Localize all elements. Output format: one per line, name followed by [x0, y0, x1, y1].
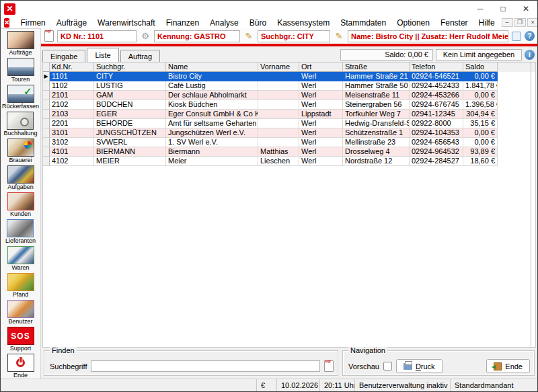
tab-auftrag[interactable]: Auftrag — [120, 50, 160, 62]
sidebar-item-lieferanten[interactable]: Lieferanten — [5, 219, 36, 245]
table-row[interactable]: 1102LUSTIGCafé LustigWerlHammer Straße 5… — [43, 81, 535, 91]
table-row[interactable]: 3102SVWERL1. SV Werl e.V.WerlMellinstraß… — [43, 138, 535, 147]
grid-header-indicator — [43, 63, 50, 72]
sidebar-item-pfand[interactable]: Pfand — [7, 273, 34, 299]
cell-vorname — [258, 128, 299, 138]
mdi-close-icon[interactable]: × — [527, 18, 538, 27]
help-icon[interactable]: ? — [525, 31, 535, 41]
row-indicator — [43, 100, 50, 110]
column-header-telefon[interactable]: Telefon — [410, 63, 463, 72]
column-header-ort[interactable]: Ort — [299, 63, 343, 72]
aufgaben-icon — [7, 165, 34, 184]
navigation-groupbox: Navigation Vorschau Druck Ende — [342, 350, 535, 376]
status-currency: € — [256, 379, 276, 391]
mdi-system-menu-icon[interactable]: ✕ — [4, 18, 9, 28]
table-row[interactable]: 4102MEIERMeierLieschenWerlNordstraße 120… — [43, 157, 535, 166]
vorschau-checkbox[interactable] — [383, 362, 392, 370]
sidebar-item-auftraege[interactable]: Aufträge — [7, 31, 34, 56]
auftraege-icon — [7, 31, 34, 49]
cell-ort: Werl — [299, 100, 343, 110]
cell-strae: Nordstraße 12 — [343, 157, 410, 166]
menu-item-aufträge[interactable]: Aufträge — [51, 17, 92, 28]
kennung-field[interactable]: Kennung: GASTRO — [154, 30, 240, 42]
minimize-icon[interactable]: ─ — [469, 1, 492, 17]
column-header-name[interactable]: Name — [166, 63, 258, 72]
sidebar-item-touren[interactable]: Touren — [7, 58, 34, 83]
search-sql-icon[interactable] — [324, 360, 334, 372]
maximize-icon[interactable]: □ — [492, 1, 514, 17]
rueckerfassen-icon — [7, 85, 34, 103]
cell-name: Amt für seltsame Geharten — [166, 119, 258, 128]
sql-note-icon[interactable] — [44, 30, 54, 42]
row-indicator: ▶ — [43, 72, 50, 81]
cell-strae: Schützenstraße 1 — [343, 128, 410, 138]
column-header-vorname[interactable]: Vorname — [258, 63, 299, 72]
row-indicator — [43, 138, 50, 147]
menu-item-analyse[interactable]: Analyse — [204, 17, 244, 28]
cell-ort: Werl — [299, 81, 343, 91]
menu-item-büro[interactable]: Büro — [244, 17, 272, 28]
menu-item-stammdaten[interactable]: Stammdaten — [335, 17, 391, 28]
sidebar-item-kunden[interactable]: Kunden — [7, 192, 34, 218]
lieferanten-icon — [7, 219, 34, 237]
menu-item-hilfe[interactable]: Hilfe — [473, 17, 500, 28]
table-row[interactable]: 2101GAMDer schlaue AbholmarktWerlMeisens… — [43, 91, 535, 100]
mdi-minimize-icon[interactable]: – — [502, 18, 513, 27]
cell-name: Kiosk Büdchen — [166, 100, 258, 110]
table-row[interactable]: ▶1101CITYBistro CityWerlHammer Straße 21… — [43, 72, 535, 81]
cell-saldo: 0,00 € — [463, 128, 498, 138]
info-icon[interactable]: i — [525, 50, 535, 60]
sidebar-item-ende[interactable]: Ende — [7, 354, 34, 379]
cell-suchbgr: SVWERL — [94, 138, 166, 147]
cell-suchbgr: BIERMANN — [94, 147, 166, 157]
column-header-kdnr[interactable]: Kd.Nr. — [50, 63, 94, 72]
cell-telefon: 02924-452433 — [410, 81, 463, 91]
cell-telefon: 02924-964532 — [410, 147, 463, 157]
menu-item-finanzen[interactable]: Finanzen — [161, 17, 204, 28]
close-icon[interactable]: ✕ — [514, 1, 537, 17]
sidebar-item-brauerei[interactable]: Brauerei — [7, 139, 34, 164]
support-label: Support — [10, 345, 32, 352]
name-zusatz-field[interactable]: Name: Bistro City || Zusatz: Herr Rudolf… — [348, 30, 508, 42]
ende-button[interactable]: Ende — [486, 359, 530, 373]
row-indicator — [43, 110, 50, 119]
column-header-saldo[interactable]: Saldo — [463, 63, 498, 72]
table-row[interactable]: 2103EGEREger Consult GmbH & Co KGLippsta… — [43, 110, 535, 119]
notes-icon[interactable] — [512, 32, 521, 41]
mdi-window-controls: –❐× — [500, 18, 538, 27]
app-icon: ✕ — [4, 3, 15, 15]
cell-ort: Werl — [299, 128, 343, 138]
suchbegriff-field[interactable]: Suchbgr.: CITY — [258, 30, 330, 42]
table-row[interactable]: 3101JUNGSCHÜTZENJungschützen Werl e.V.We… — [43, 128, 535, 138]
sidebar-item-support[interactable]: SOSSupport — [7, 327, 34, 352]
menu-item-kassensystem[interactable]: Kassensystem — [272, 17, 335, 28]
menu-item-warenwirtschaft[interactable]: Warenwirtschaft — [92, 17, 161, 28]
mdi-restore-icon[interactable]: ❐ — [514, 18, 526, 27]
suchbegriff-input[interactable] — [91, 360, 320, 372]
suchbegriff-label: Suchbegriff — [50, 362, 87, 370]
druck-button[interactable]: Druck — [396, 359, 443, 373]
cell-strae: Drosselweg 4 — [343, 147, 410, 157]
tab-liste[interactable]: Liste — [87, 48, 118, 62]
sidebar-item-buchhaltung[interactable]: Buchhaltung — [3, 112, 37, 137]
sidebar-item-aufgaben[interactable]: Aufgaben — [7, 165, 34, 191]
sidebar-item-rueckerfassen[interactable]: Rückerfassen — [2, 85, 39, 110]
menu-item-optionen[interactable]: Optionen — [391, 17, 435, 28]
cell-strae: Hammer Straße 50 — [343, 81, 410, 91]
sidebar-item-benutzer[interactable]: Benutzer — [7, 300, 34, 325]
edit-pencil-icon-2[interactable]: ✎ — [334, 31, 344, 42]
sidebar-item-waren[interactable]: Waren — [7, 246, 34, 272]
table-row[interactable]: 2102BÜDCHENKiosk BüdchenWerlSteinergrabe… — [43, 100, 535, 110]
buchhaltung-icon — [7, 112, 34, 130]
menu-item-fenster[interactable]: Fenster — [435, 17, 473, 28]
edit-pencil-icon[interactable]: ✎ — [243, 31, 254, 42]
tab-eingabe[interactable]: Eingabe — [42, 50, 85, 62]
table-row[interactable]: 4101BIERMANNBiermannMatthiasWerlDrosselw… — [43, 147, 535, 157]
rueckerfassen-label: Rückerfassen — [2, 103, 39, 110]
menu-item-firmen[interactable]: Firmen — [15, 17, 50, 28]
kd-nr-field[interactable]: KD Nr.: 1101 — [57, 30, 137, 42]
gear-icon[interactable]: ⚙ — [140, 31, 151, 42]
table-row[interactable]: 2201BEHÖRDEAmt für seltsame GehartenWerl… — [43, 119, 535, 128]
column-header-suchbgr[interactable]: Suchbgr. — [94, 63, 166, 72]
column-header-strae[interactable]: Straße — [343, 63, 410, 72]
